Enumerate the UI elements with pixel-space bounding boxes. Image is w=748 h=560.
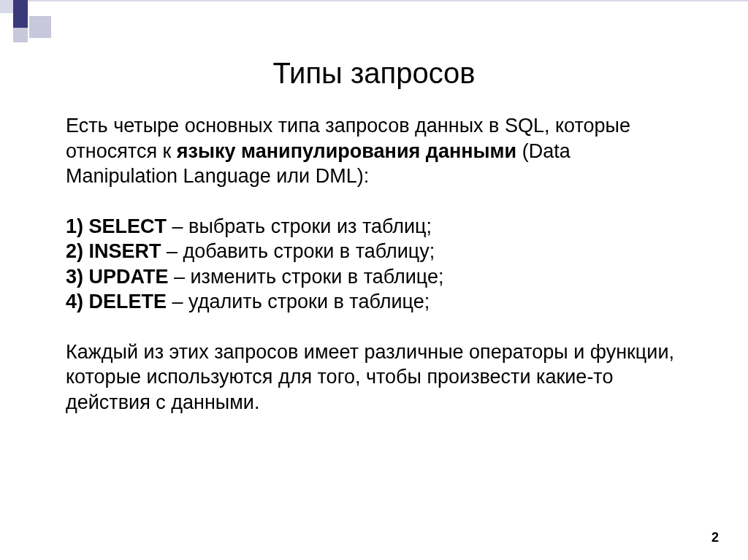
deco-square <box>13 28 28 42</box>
deco-square <box>13 0 28 28</box>
list-item: 3) UPDATE – изменить строки в таблице; <box>66 264 687 290</box>
deco-square <box>0 0 13 13</box>
intro-bold: языку манипулирования данными <box>177 140 516 162</box>
item-keyword: 1) SELECT <box>66 215 167 237</box>
deco-square <box>29 16 51 38</box>
list-item: 4) DELETE – удалить строки в таблице; <box>66 289 687 315</box>
list-item: 2) INSERT – добавить строки в таблицу; <box>66 239 687 264</box>
page-number: 2 <box>711 530 719 545</box>
item-keyword: 4) DELETE <box>66 291 167 312</box>
item-desc: – удалить строки в таблице; <box>167 291 430 312</box>
slide-title: Типы запросов <box>0 57 748 90</box>
outro-paragraph: Каждый из этих запросов имеет различные … <box>66 340 687 415</box>
list-item: 1) SELECT – выбрать строки из таблиц; <box>66 214 687 239</box>
item-desc: – выбрать строки из таблиц; <box>167 215 432 237</box>
item-desc: – изменить строки в таблице; <box>169 266 444 288</box>
item-keyword: 2) INSERT <box>66 240 161 262</box>
query-list: 1) SELECT – выбрать строки из таблиц; 2)… <box>66 214 687 315</box>
item-desc: – добавить строки в таблицу; <box>161 240 435 262</box>
top-line <box>28 0 748 1</box>
item-keyword: 3) UPDATE <box>66 266 169 288</box>
intro-paragraph: Есть четыре основных типа запросов данны… <box>66 113 687 189</box>
corner-decoration <box>0 0 95 51</box>
slide-content: Есть четыре основных типа запросов данны… <box>66 113 687 415</box>
